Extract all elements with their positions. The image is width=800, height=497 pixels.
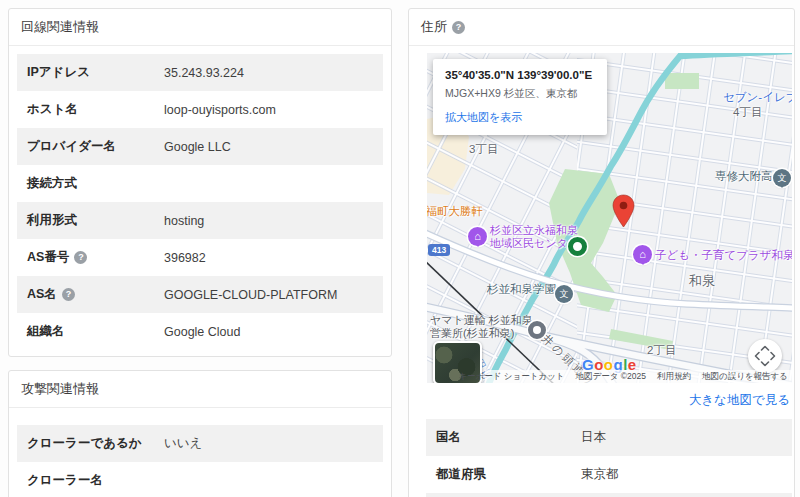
- poi-label-yamato[interactable]: ヤマト運輸 杉並和泉 営業所(杉並和泉): [430, 314, 533, 339]
- help-icon[interactable]: [62, 288, 75, 301]
- area-label-2chome: 2丁目: [647, 343, 676, 358]
- report-error-link[interactable]: 地図の誤りを報告する: [702, 371, 788, 383]
- community-center-icon[interactable]: ⌂: [468, 227, 487, 246]
- row-label: 接続方式: [27, 175, 77, 192]
- row-label: AS名: [27, 286, 57, 303]
- area-label-3chome: 3丁目: [469, 142, 498, 157]
- row-label: 国名: [436, 429, 461, 446]
- table-row-country: 国名 日本: [426, 419, 792, 456]
- table-row-as-number: AS番号 396982: [17, 239, 383, 276]
- row-value: loop-ouyisports.com: [164, 103, 276, 117]
- row-label: 組織名: [27, 323, 65, 340]
- row-value: Google LLC: [164, 140, 231, 154]
- map-attribution-bar: キーボード ショートカット 地図データ ©2025 利用規約 地図の誤りを報告す…: [485, 370, 792, 383]
- table-row-prefecture: 都道府県 東京都: [426, 456, 792, 493]
- kids-plaza-icon[interactable]: ⌂: [633, 245, 652, 264]
- attack-info-card: 攻撃関連情報 クローラーであるか いいえ クローラー名: [8, 370, 392, 497]
- park-icon[interactable]: [568, 237, 587, 256]
- row-label: 利用形式: [27, 212, 77, 229]
- map-data-label: 地図データ ©2025: [576, 371, 646, 383]
- row-value: GOOGLE-CLOUD-PLATFORM: [164, 288, 337, 302]
- row-label: クローラーであるか: [27, 435, 142, 452]
- line-info-card: 回線関連情報 IPアドレス 35.243.93.224 ホスト名 loop-ou…: [8, 8, 392, 357]
- google-map-embed[interactable]: 35°40'35.0"N 139°39'00.0"E MJGX+HX9 杉並区、…: [427, 53, 792, 383]
- attack-info-title-text: 攻撃関連情報: [21, 380, 99, 398]
- table-row-is-crawler: クローラーであるか いいえ: [17, 425, 383, 462]
- table-row-crawler-name: クローラー名: [17, 462, 383, 497]
- map-coordinates: 35°40'35.0"N 139°39'00.0"E: [445, 69, 595, 81]
- page: 回線関連情報 IPアドレス 35.243.93.224 ホスト名 loop-ou…: [0, 0, 800, 497]
- view-larger-map-link[interactable]: 大きな地図で見る: [409, 392, 790, 409]
- izumi-school-icon[interactable]: 文: [555, 285, 573, 303]
- poi-label-kids-plaza[interactable]: 子ども・子育てプラザ和泉: [655, 248, 792, 263]
- address-title: 住所: [409, 9, 794, 46]
- map-plus-code: MJGX+HX9 杉並区、東京都: [445, 87, 595, 101]
- poi-label-izumi-gakuen[interactable]: 杉並和泉学園: [487, 282, 556, 297]
- table-row-host: ホスト名 loop-ouyisports.com: [17, 91, 383, 128]
- row-label: プロバイダー名: [27, 138, 116, 155]
- poi-label-ramen[interactable]: 永福町大勝軒: [427, 204, 483, 219]
- table-row-partial: [426, 493, 792, 497]
- row-label: ホスト名: [27, 101, 78, 118]
- row-value: 396982: [164, 251, 206, 265]
- table-row-as-name: AS名 GOOGLE-CLOUD-PLATFORM: [17, 276, 383, 313]
- line-info-title: 回線関連情報: [9, 9, 391, 46]
- keyboard-shortcuts-link[interactable]: キーボード ショートカット: [458, 371, 564, 383]
- route-413-badge: 413: [428, 244, 450, 256]
- address-card: 住所: [408, 8, 795, 497]
- table-row-connection: 接続方式: [17, 165, 383, 202]
- row-value: 35.243.93.224: [164, 66, 244, 80]
- poi-label-seven-eleven[interactable]: セブン-イレブン: [723, 90, 792, 105]
- poi-label-senshu-high[interactable]: 専修大附高: [715, 169, 773, 184]
- address-title-text: 住所: [421, 18, 447, 36]
- help-icon[interactable]: [452, 21, 465, 34]
- table-row-provider: プロバイダー名 Google LLC: [17, 128, 383, 165]
- row-value: Google Cloud: [164, 325, 240, 339]
- table-row-usage: 利用形式 hosting: [17, 202, 383, 239]
- map-pan-control[interactable]: [748, 339, 782, 373]
- row-value: 日本: [581, 429, 606, 446]
- area-label-izumi: 和泉: [689, 272, 715, 290]
- enlarge-map-link[interactable]: 拡大地図を表示: [445, 110, 595, 125]
- pan-arrows-icon: [748, 339, 782, 373]
- table-row-ip: IPアドレス 35.243.93.224: [17, 54, 383, 91]
- row-label: クローラー名: [27, 472, 103, 489]
- senshu-school-icon[interactable]: 文: [773, 169, 791, 187]
- area-label-4chome: 4丁目: [733, 105, 762, 120]
- map-info-card: 35°40'35.0"N 139°39'00.0"E MJGX+HX9 杉並区、…: [433, 59, 607, 135]
- row-label: AS番号: [27, 249, 69, 266]
- line-info-title-text: 回線関連情報: [21, 18, 99, 36]
- row-label: IPアドレス: [27, 64, 90, 81]
- poi-label-community-center[interactable]: 杉並区立永福和泉 地域区民センター: [490, 224, 579, 249]
- attack-info-body: クローラーであるか いいえ クローラー名: [9, 408, 391, 497]
- row-value: hosting: [164, 214, 204, 228]
- terms-link[interactable]: 利用規約: [657, 371, 691, 383]
- table-row-organization: 組織名 Google Cloud: [17, 313, 383, 350]
- help-icon[interactable]: [74, 251, 87, 264]
- attack-info-title: 攻撃関連情報: [9, 371, 391, 408]
- row-label: 都道府県: [436, 466, 486, 483]
- map-pin-icon[interactable]: [611, 194, 636, 228]
- yamato-station-icon[interactable]: [528, 321, 546, 339]
- row-value: 東京都: [581, 466, 619, 483]
- line-info-body: IPアドレス 35.243.93.224 ホスト名 loop-ouyisport…: [9, 46, 391, 362]
- address-table: 国名 日本 都道府県 東京都: [426, 419, 792, 497]
- row-value: いいえ: [164, 435, 202, 452]
